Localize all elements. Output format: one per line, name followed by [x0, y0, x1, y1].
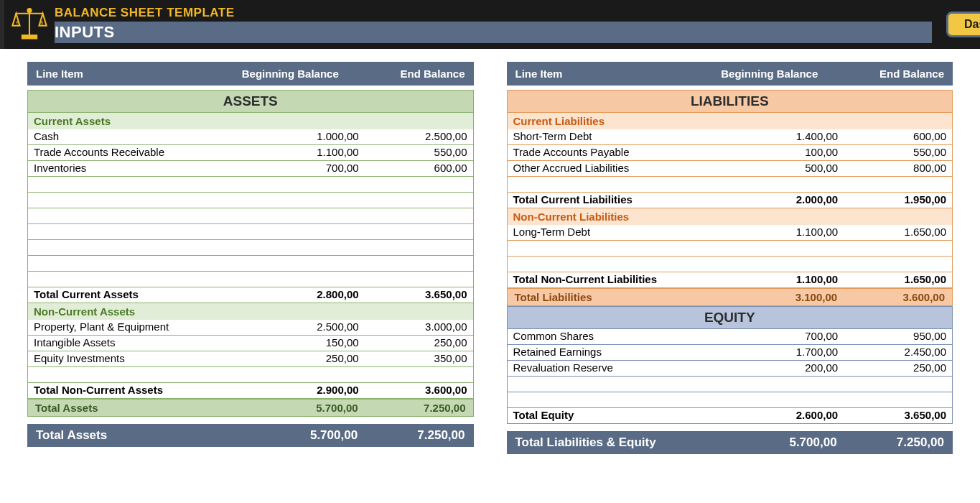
- noncurrent-liabilities-label: Non-Current Liabilities: [507, 208, 953, 225]
- table-row[interactable]: Trade Accounts Payable100,00550,00: [507, 145, 953, 161]
- liabilities-equity-column: Line Item Beginning Balance End Balance …: [507, 62, 953, 454]
- table-row[interactable]: Long-Term Debt1.100,001.650,00: [507, 225, 953, 241]
- total-liabilities: Total Liabilities 3.100,00 3.600,00: [507, 288, 953, 306]
- table-row[interactable]: Trade Accounts Receivable1.100,00550,00: [27, 145, 474, 161]
- equity-title: EQUITY: [507, 306, 953, 329]
- table-row[interactable]: Property, Plant & Equipment2.500,003.000…: [27, 320, 474, 336]
- logo-icon: € $: [4, 0, 55, 49]
- svg-text:$: $: [40, 20, 43, 25]
- table-row[interactable]: Short-Term Debt1.400,00600,00: [507, 129, 953, 145]
- top-bar: € $ BALANCE SHEET TEMPLATE INPUTS Dashbo…: [0, 0, 980, 49]
- grand-total-assets: Total Assets 5.700,00 7.250,00: [27, 424, 474, 447]
- table-row[interactable]: Revaluation Reserve200,00250,00: [507, 361, 953, 377]
- current-assets-label: Current Assets: [27, 113, 474, 129]
- dashboard-button[interactable]: Dashboard: [946, 11, 980, 37]
- table-row[interactable]: Equity Investments250,00350,00: [27, 351, 474, 367]
- table-row[interactable]: Intangible Assets150,00250,00: [27, 336, 474, 351]
- total-current-liabilities: Total Current Liabilities 2.000,00 1.950…: [507, 193, 953, 208]
- grand-total-liabilities-equity: Total Liabilities & Equity 5.700,00 7.25…: [507, 431, 953, 454]
- page-title: BALANCE SHEET TEMPLATE: [55, 6, 932, 20]
- total-noncurrent-liabilities: Total Non-Current Liabilities 1.100,00 1…: [507, 272, 953, 288]
- assets-title: ASSETS: [27, 90, 474, 113]
- total-current-assets: Total Current Assets 2.800,00 3.650,00: [27, 287, 474, 303]
- table-row[interactable]: Common Shares700,00950,00: [507, 329, 953, 345]
- table-row[interactable]: Retained Earnings1.700,002.450,00: [507, 345, 953, 361]
- total-assets: Total Assets 5.700,00 7.250,00: [27, 399, 474, 417]
- svg-point-3: [27, 9, 31, 12]
- balance-sheet: Line Item Beginning Balance End Balance …: [0, 49, 980, 454]
- page-subtitle: INPUTS: [55, 22, 932, 43]
- table-row[interactable]: Other Accrued Liabilities500,00800,00: [507, 161, 953, 177]
- total-noncurrent-assets: Total Non-Current Assets 2.900,00 3.600,…: [27, 383, 474, 399]
- svg-text:€: €: [16, 20, 19, 25]
- total-equity: Total Equity 2.600,00 3.650,00: [507, 408, 953, 424]
- table-row[interactable]: Inventories700,00600,00: [27, 161, 474, 177]
- noncurrent-assets-label: Non-Current Assets: [27, 303, 474, 320]
- svg-rect-4: [22, 35, 37, 38]
- assets-column: Line Item Beginning Balance End Balance …: [27, 62, 474, 454]
- column-header-left: Line Item Beginning Balance End Balance: [27, 62, 474, 86]
- current-liabilities-label: Current Liabilities: [507, 113, 953, 129]
- column-header-right: Line Item Beginning Balance End Balance: [507, 62, 953, 86]
- liabilities-title: LIABILITIES: [507, 90, 953, 113]
- table-row[interactable]: Cash1.000,002.500,00: [27, 129, 474, 145]
